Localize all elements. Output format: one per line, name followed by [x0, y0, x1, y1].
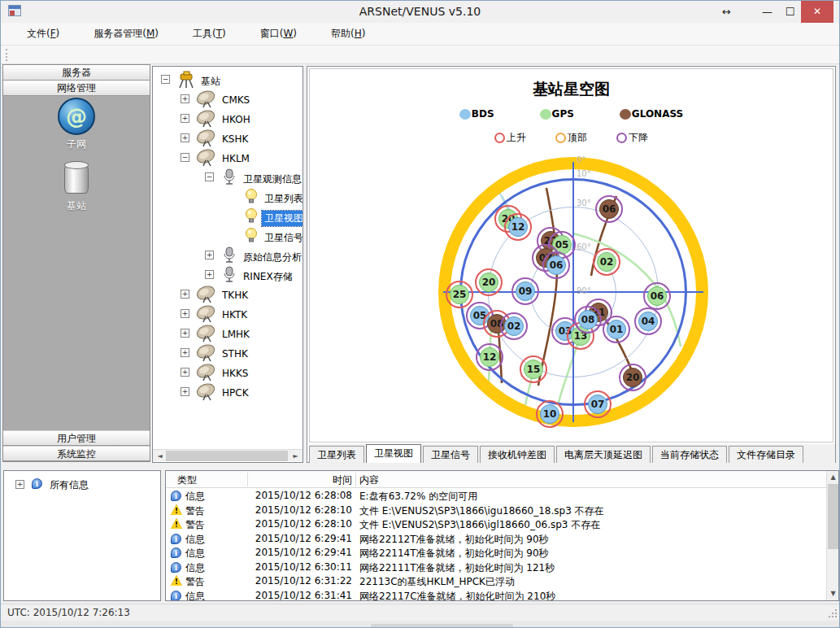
- tree-node-label[interactable]: HKTK: [220, 308, 250, 321]
- scroll-down-icon[interactable]: ▼: [828, 588, 838, 600]
- tree-node-label[interactable]: 卫星列表: [262, 191, 303, 207]
- log-row[interactable]: i信息2015/10/12 6:31:41网络22117C准备就绪，初始化时间为…: [166, 589, 838, 602]
- expander-plus-icon[interactable]: +: [181, 387, 189, 396]
- tree-node-TKHK[interactable]: +TKHK: [153, 285, 302, 304]
- tree-node-卫星列表[interactable]: 卫星列表: [153, 187, 302, 207]
- sidebar-item-subnet[interactable]: @ 子网: [3, 98, 150, 151]
- expander-plus-icon[interactable]: +: [181, 133, 189, 142]
- satellite-prn: 06: [599, 199, 619, 219]
- expander-minus-icon[interactable]: −: [161, 75, 170, 84]
- tree-node-label[interactable]: 卫星观测信息: [241, 172, 303, 187]
- tree-node-label[interactable]: CMKS: [220, 94, 252, 107]
- scroll-thumb[interactable]: [166, 451, 288, 461]
- tab-卫星视图[interactable]: 卫星视图: [366, 444, 421, 463]
- tree-horizontal-scrollbar[interactable]: ◄ ►: [153, 449, 302, 461]
- all-messages-node[interactable]: 所有信息: [50, 478, 89, 492]
- tree-node-KSHK[interactable]: +KSHK: [153, 129, 302, 148]
- tree-node-RINEX存储[interactable]: +RINEX存储: [153, 265, 302, 285]
- close-button[interactable]: ✕: [801, 1, 833, 23]
- tab-卫星信号[interactable]: 卫星信号: [423, 446, 478, 463]
- toolbar: [1, 46, 839, 64]
- log-row[interactable]: i信息2015/10/12 6:28:08E:盘有63.72% 的空间可用: [166, 489, 838, 504]
- tab-当前存储状态[interactable]: 当前存储状态: [652, 446, 727, 463]
- minimize-button[interactable]: —: [755, 1, 779, 23]
- tree-node-label[interactable]: STHK: [220, 347, 250, 360]
- tree-node-HPCK[interactable]: +HPCK: [153, 382, 302, 402]
- log-row[interactable]: !警告2015/10/12 6:28:10文件 E:\VENUS2\SP3\18…: [166, 504, 838, 518]
- sidebar-item-station[interactable]: 基站: [3, 161, 150, 213]
- tree-node-HKKS[interactable]: +HKKS: [153, 363, 302, 382]
- tree-node-label[interactable]: LMHK: [220, 328, 252, 341]
- sidebar-section-monitor[interactable]: 系统监控: [3, 446, 150, 461]
- dish-icon: [195, 364, 218, 384]
- tree-node-label[interactable]: TKHK: [220, 289, 250, 302]
- sidebar-section-network[interactable]: 网络管理: [3, 81, 150, 96]
- tree-node-LMHK[interactable]: +LMHK: [153, 324, 302, 343]
- satellite-GPS-20: 20: [475, 268, 503, 296]
- toolbar-grip[interactable]: [6, 49, 8, 61]
- menu-item-H[interactable]: 帮助(H): [321, 24, 375, 44]
- sidebar-section-users[interactable]: 用户管理: [3, 430, 150, 446]
- tab-卫星列表[interactable]: 卫星列表: [309, 446, 364, 463]
- log-vertical-scrollbar[interactable]: ▲ ▼: [826, 471, 838, 600]
- tree-node-卫星视图[interactable]: 卫星视图: [153, 207, 302, 226]
- elevation-label: 30°: [577, 198, 591, 207]
- expander-minus-icon[interactable]: −: [181, 153, 189, 162]
- maximize-button[interactable]: ☐: [778, 1, 802, 23]
- tree-node-label[interactable]: HKLM: [220, 152, 252, 165]
- menu-item-T[interactable]: 工具(T): [183, 24, 236, 44]
- expander-plus-icon[interactable]: +: [205, 251, 214, 259]
- tree-node-基站[interactable]: −基站: [153, 70, 302, 89]
- tree-node-HKLM[interactable]: −HKLM: [153, 148, 302, 168]
- tree-node-label[interactable]: 卫星视图: [262, 211, 303, 226]
- log-row[interactable]: !警告2015/10/12 6:31:2222113C的基线HKLM_HPCK已…: [166, 574, 838, 589]
- tree-node-卫星信号[interactable]: 卫星信号: [153, 226, 302, 246]
- expander-plus-icon[interactable]: +: [181, 329, 189, 338]
- tree-node-label[interactable]: 卫星信号: [262, 230, 303, 246]
- log-row[interactable]: i信息2015/10/12 6:29:41网络22114T准备就绪，初始化时间为…: [166, 546, 838, 560]
- tree-node-label[interactable]: 基站: [198, 74, 223, 89]
- menu-item-F[interactable]: 文件(F): [17, 24, 69, 44]
- tab-文件存储目录[interactable]: 文件存储目录: [729, 446, 803, 463]
- tree-node-CMKS[interactable]: +CMKS: [153, 89, 302, 109]
- col-type[interactable]: 类型: [177, 473, 197, 487]
- expander-plus-icon[interactable]: +: [181, 348, 189, 357]
- tree-node-label[interactable]: HKKS: [220, 367, 250, 380]
- tree-node-STHK[interactable]: +STHK: [153, 343, 302, 363]
- col-time[interactable]: 时间: [251, 473, 352, 487]
- tree-node-label[interactable]: 原始信息分析: [241, 250, 303, 265]
- scroll-right-icon[interactable]: ►: [289, 451, 302, 461]
- log-row[interactable]: !警告2015/10/12 6:28:10文件 E:\VENUS2\SP3\18…: [166, 517, 838, 532]
- expander-plus-icon[interactable]: +: [181, 309, 189, 318]
- scroll-up-icon[interactable]: ▲: [828, 472, 838, 483]
- log-content: 22113C的基线HKLM_HPCK已浮动: [359, 575, 515, 589]
- menu-item-M[interactable]: 服务器管理(M): [84, 24, 168, 44]
- tree-node-卫星观测信息[interactable]: −卫星观测信息: [153, 168, 302, 187]
- log-type: 信息: [185, 561, 205, 575]
- tree-node-label[interactable]: HKOH: [220, 113, 253, 126]
- tree-node-label[interactable]: HPCK: [220, 386, 251, 399]
- tab-接收机钟差图[interactable]: 接收机钟差图: [480, 446, 555, 463]
- log-row[interactable]: i信息2015/10/12 6:30:11网络22111T准备就绪，初始化时间为…: [166, 560, 838, 575]
- expander-plus-icon[interactable]: +: [181, 290, 189, 299]
- scroll-left-icon[interactable]: ◄: [154, 451, 166, 461]
- log-row[interactable]: i信息2015/10/12 6:29:41网络22112T准备就绪，初始化时间为…: [166, 532, 838, 547]
- col-content[interactable]: 内容: [359, 473, 379, 487]
- resize-arrows-icon[interactable]: ↔: [715, 1, 738, 23]
- tab-电离层天顶延迟图[interactable]: 电离层天顶延迟图: [556, 446, 651, 463]
- expander-plus-icon[interactable]: +: [205, 270, 214, 279]
- scroll-thumb[interactable]: [828, 484, 838, 549]
- expander-plus-icon[interactable]: +: [15, 480, 24, 489]
- tree-node-HKTK[interactable]: +HKTK: [153, 304, 302, 324]
- expander-plus-icon[interactable]: +: [181, 368, 189, 377]
- expander-plus-icon[interactable]: +: [181, 94, 189, 103]
- expander-plus-icon[interactable]: +: [181, 114, 189, 123]
- tree-node-原始信息分析[interactable]: +原始信息分析: [153, 246, 302, 265]
- resize-grip[interactable]: [828, 608, 838, 618]
- sidebar-section-server[interactable]: 服务器: [3, 65, 150, 81]
- tree-node-HKOH[interactable]: +HKOH: [153, 109, 302, 129]
- tree-node-label[interactable]: KSHK: [220, 133, 250, 146]
- tree-node-label[interactable]: RINEX存储: [241, 269, 295, 285]
- expander-minus-icon[interactable]: −: [205, 172, 214, 181]
- menu-item-W[interactable]: 窗口(W): [250, 24, 307, 44]
